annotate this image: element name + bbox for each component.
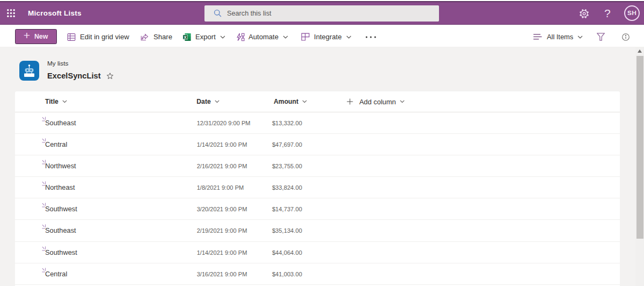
svg-text:X: X <box>184 34 186 39</box>
